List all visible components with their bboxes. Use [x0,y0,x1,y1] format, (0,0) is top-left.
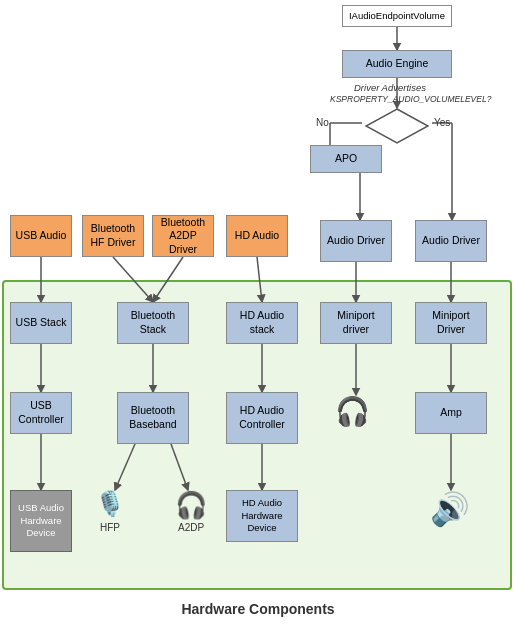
headset-icon: 🎧 [335,395,370,428]
hd-audio-stack-box: HD Audio stack [226,302,298,344]
audio-driver-1-box: Audio Driver [320,220,392,262]
miniport-driver-1-label: Miniport driver [324,309,388,336]
bluetooth-hf-label: Bluetooth HF Driver [86,222,140,249]
usb-hardware-label: USB Audio Hardware Device [14,502,68,539]
audio-engine-label: Audio Engine [366,57,428,71]
svg-marker-23 [366,109,428,143]
hd-audio-controller-box: HD Audio Controller [226,392,298,444]
miniport-driver-2-label: Miniport Driver [419,309,483,336]
usb-audio-label: USB Audio [16,229,67,243]
usb-stack-label: USB Stack [16,316,67,330]
bluetooth-baseband-label: Bluetooth Baseband [121,404,185,431]
a2dp-icon: 🎧 [175,490,207,521]
apo-box: APO [310,145,382,173]
bluetooth-baseband-box: Bluetooth Baseband [117,392,189,444]
hfp-icon: 🎙️ [95,490,125,518]
speaker-icon: 🔊 [430,490,470,528]
hd-audio-box: HD Audio [226,215,288,257]
hd-audio-controller-label: HD Audio Controller [230,404,294,431]
usb-audio-box: USB Audio [10,215,72,257]
driver-advertises-label: Driver Advertises [354,82,426,93]
bluetooth-stack-label: Bluetooth Stack [121,309,185,336]
a2dp-label: A2DP [178,522,204,533]
hd-audio-label: HD Audio [235,229,279,243]
audio-driver-2-box: Audio Driver [415,220,487,262]
bluetooth-a2dp-box: Bluetooth A2DP Driver [152,215,214,257]
hd-hardware-box: HD Audio Hardware Device [226,490,298,542]
hfp-label: HFP [100,522,120,533]
bluetooth-stack-box: Bluetooth Stack [117,302,189,344]
iAudioEndpointVolume-label: IAudioEndpointVolume [349,10,445,22]
audio-driver-2-label: Audio Driver [422,234,480,248]
decision-diamond [365,108,429,146]
usb-hardware-box: USB Audio Hardware Device [10,490,72,552]
audio-driver-1-label: Audio Driver [327,234,385,248]
hardware-components-label: Hardware Components [0,601,516,617]
hd-hardware-label: HD Audio Hardware Device [230,497,294,534]
amp-label: Amp [440,406,462,420]
ksproperty-label: KSPROPERTY_AUDIO_VOLUMELEVEL? [330,94,491,104]
miniport-driver-2-box: Miniport Driver [415,302,487,344]
amp-box: Amp [415,392,487,434]
bluetooth-hf-box: Bluetooth HF Driver [82,215,144,257]
miniport-driver-1-box: Miniport driver [320,302,392,344]
iAudioEndpointVolume-box: IAudioEndpointVolume [342,5,452,27]
hd-audio-stack-label: HD Audio stack [230,309,294,336]
no-label: No [316,117,329,128]
audio-engine-box: Audio Engine [342,50,452,78]
diagram: Hardware Components [0,0,516,625]
driver-advertises-text: Driver Advertises KSPROPERTY_AUDIO_VOLUM… [330,82,450,104]
bluetooth-a2dp-label: Bluetooth A2DP Driver [156,216,210,257]
usb-controller-label: USB Controller [14,399,68,426]
yes-label: Yes [434,117,450,128]
usb-stack-box: USB Stack [10,302,72,344]
apo-label: APO [335,152,357,166]
usb-controller-box: USB Controller [10,392,72,434]
